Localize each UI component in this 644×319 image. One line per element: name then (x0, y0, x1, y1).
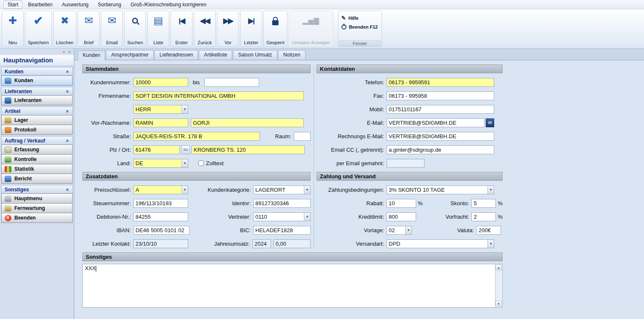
kundennummer-bis-input[interactable] (204, 78, 259, 87)
sidebar-item-hauptmenu[interactable]: Hauptmenu (1, 193, 73, 204)
vertreter-select[interactable]: 0110 ▾ (253, 212, 311, 221)
last-record-button[interactable]: ▶| Letzter (240, 11, 262, 47)
scroll-up-icon[interactable]: ▲ (495, 265, 502, 271)
envelope-icon: ✉ (488, 120, 492, 126)
menu-bearbeiten[interactable]: Bearbeiten (24, 1, 56, 8)
kundenkategorie-select[interactable]: LAGERORT ▾ (253, 185, 311, 194)
delete-button[interactable]: ✖ Löschen (53, 11, 77, 47)
percent-label: % (498, 214, 503, 220)
sidebar-item-statistik[interactable]: Statistik (1, 164, 73, 174)
zolltext-checkbox[interactable] (198, 161, 204, 166)
tab-artikelliste[interactable]: Artikelliste (199, 50, 232, 60)
sidebar-item-lager[interactable]: Lager (1, 115, 73, 125)
raum-input[interactable] (294, 132, 311, 141)
zahlungsbedingungen-label: Zahlungsbedingungen: (317, 187, 387, 193)
sidebar-item-bericht[interactable]: Bericht (1, 174, 73, 184)
sidebar-group-header-lieferanten[interactable]: Lieferanten « (1, 87, 73, 96)
strasse-input[interactable] (133, 132, 260, 141)
vorlage-select[interactable]: 02 ▾ (387, 226, 412, 235)
bic-input[interactable] (253, 226, 311, 235)
vertical-scrollbar[interactable]: ▲ ▼ (495, 265, 502, 307)
letter-button[interactable]: ✉ Brief (78, 11, 100, 47)
anrede-select[interactable]: HERR ▾ (133, 105, 188, 114)
tab-kunden[interactable]: Kunden (78, 51, 105, 60)
kreditlimit-input[interactable] (387, 212, 416, 221)
sidebar-item-fernwartung[interactable]: Fernwartung (1, 203, 73, 213)
sidebar-item-label: Bericht (14, 176, 32, 182)
sidebar-item-lieferanten[interactable]: Lieferanten (1, 95, 73, 105)
jahresumsatz-wert-input[interactable] (273, 239, 311, 248)
preisschluessel-select[interactable]: A ▾ (133, 185, 188, 194)
sidebar-item-label: Kunden (14, 78, 33, 83)
vorfracht-input[interactable] (471, 212, 496, 221)
sidebar-group-header-auftrag-verkauf[interactable]: Auftrag / Verkauf « (1, 136, 73, 145)
chevron-down-icon: ▾ (304, 186, 310, 194)
sidebar-group-header-artikel[interactable]: Artikel « (1, 107, 73, 115)
sidebar-item-beenden[interactable]: Beenden (1, 213, 73, 223)
report-icon (5, 176, 11, 182)
zahlungsbedingungen-select[interactable]: 3% SKONTO 10 TAGE ▾ (387, 185, 494, 194)
plz-lookup-button[interactable]: => (181, 145, 190, 154)
sidebar-item-protokoll[interactable]: Protokoll (1, 125, 73, 135)
help-button[interactable]: ✎ Hilfe (341, 13, 379, 23)
jahresumsatz-jahr-input[interactable] (252, 239, 271, 248)
rechnungs-email-input[interactable] (387, 132, 494, 141)
statistics-chart-icon (5, 166, 11, 172)
toolbar: ✚ Neu ✔ Speichern ✖ Löschen ✉ Brief ✉ Em… (0, 9, 644, 48)
tab-notizen[interactable]: Notizen (278, 50, 306, 60)
sidebar: ▪ × Hauptnavigation Kunden « Kunden (0, 48, 74, 319)
send-email-button[interactable]: ✉ (486, 118, 494, 127)
list-button[interactable]: ▤ Liste (147, 11, 169, 47)
firmenname-input[interactable] (133, 91, 304, 100)
iban-input[interactable] (133, 226, 189, 235)
new-button[interactable]: ✚ Neu (2, 11, 24, 47)
versandart-select[interactable]: DPD ▾ (387, 239, 494, 248)
tab-lieferadressen[interactable]: Lieferadressen (154, 50, 198, 60)
identnr-input[interactable] (253, 199, 311, 208)
locked-button[interactable]: Gesperrt (263, 11, 287, 47)
next-record-button[interactable]: ▶▶ Vor (217, 11, 239, 47)
fax-input[interactable] (387, 91, 494, 100)
sidebar-item-label: Kontrolle (14, 156, 37, 162)
land-select[interactable]: DE ▾ (133, 159, 188, 168)
nachname-input[interactable] (191, 118, 304, 127)
menu-start[interactable]: Start (3, 0, 22, 9)
vorname-input[interactable] (133, 118, 188, 127)
kundennummer-input[interactable] (133, 78, 188, 87)
first-record-button[interactable]: |◀ Erster (170, 11, 192, 47)
letzter-kontakt-input[interactable] (133, 239, 188, 248)
close-icon[interactable]: × (68, 49, 71, 54)
sidebar-item-kontrolle[interactable]: Kontrolle (1, 154, 73, 164)
sidebar-group-header-sonstiges[interactable]: Sonstiges « (1, 185, 73, 194)
telefon-input[interactable] (387, 78, 494, 87)
menu-auswertung[interactable]: Auswertung (58, 1, 92, 8)
sidebar-item-erfassung[interactable]: Erfassung (1, 145, 73, 155)
menu-gross-klein[interactable]: Groß-/Kleinschreibung korrigieren (127, 1, 210, 8)
sidebar-item-kunden[interactable]: Kunden (1, 75, 73, 86)
mobil-input[interactable] (387, 105, 494, 114)
ort-input[interactable] (192, 145, 305, 154)
rabatt-input[interactable] (387, 199, 416, 208)
gemahnt-input[interactable] (387, 159, 425, 168)
steuernummer-input[interactable] (133, 199, 188, 208)
save-button[interactable]: ✔ Speichern (25, 11, 52, 47)
plz-input[interactable] (133, 145, 180, 154)
email-cc-input[interactable] (387, 145, 494, 154)
previous-record-button[interactable]: ◀◀ Zurück (194, 11, 216, 47)
exit-button[interactable]: Beenden F12 (341, 23, 379, 31)
search-button[interactable]: Suchen (124, 11, 146, 47)
strasse-label: Straße: (82, 133, 133, 139)
email-button[interactable]: ✉ Email (101, 11, 123, 47)
valuta-input[interactable] (476, 226, 501, 235)
pin-icon[interactable]: ▪ (63, 49, 65, 54)
sonstiges-textarea[interactable]: XXX ▲ ▼ (82, 264, 503, 308)
kreditlimit-label: Kreditlimit: (317, 214, 387, 220)
email-input[interactable] (387, 118, 484, 127)
tab-ansprechpartner[interactable]: Ansprechpartner (106, 50, 154, 60)
debitoren-input[interactable] (133, 212, 188, 221)
skonto-input[interactable] (471, 199, 496, 208)
sidebar-group-header-kunden[interactable]: Kunden « (1, 67, 73, 76)
scroll-down-icon[interactable]: ▼ (495, 301, 502, 307)
menu-sortierung[interactable]: Sortierung (94, 1, 125, 8)
tab-saison-umsatz[interactable]: Saison Umsatz (233, 50, 277, 60)
